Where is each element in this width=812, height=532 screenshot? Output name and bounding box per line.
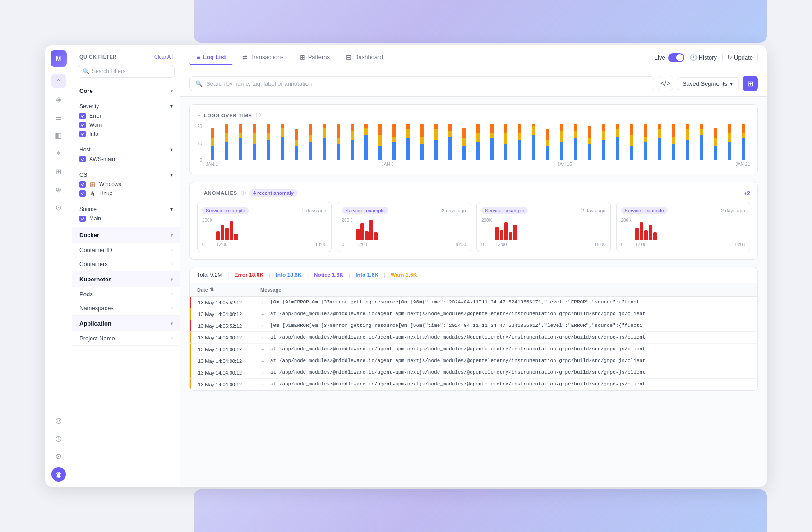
sort-icon[interactable]: ⇅ — [210, 287, 214, 293]
table-row[interactable]: 13 May 14:04:00:12 + at /app/node_module… — [190, 367, 757, 379]
anomaly-card-4[interactable]: Service : example 2 days ago 200K 0 — [616, 202, 751, 252]
severity-error-checkbox[interactable] — [79, 113, 86, 119]
nav-icon-settings[interactable]: ⚙ — [51, 449, 66, 463]
info-icon: ⓘ — [256, 112, 261, 119]
severity-warn-item[interactable]: Warn — [79, 120, 173, 129]
host-header[interactable]: Host ▾ — [79, 144, 173, 155]
main-content: ≡ Log List ⇄ Transactions ⊞ Patterns ⊟ D… — [180, 45, 767, 487]
os-windows-checkbox[interactable] — [79, 181, 86, 188]
nav-icon-logs[interactable]: ◈ — [51, 92, 66, 106]
bar-segment — [532, 135, 535, 160]
nav-icon-robot[interactable]: ⊛ — [51, 182, 66, 197]
kubernetes-label: Kubernetes — [79, 276, 112, 283]
table-row[interactable]: 13 May 14:04:00:12 + at /app/node_module… — [190, 308, 757, 320]
anomalies-info-icon: ⓘ — [241, 190, 246, 197]
namespaces-chevron: › — [171, 306, 173, 311]
nav-icon-file[interactable]: ◧ — [51, 128, 66, 142]
expand-icon[interactable]: + — [261, 335, 270, 340]
history-button[interactable]: 🕐 History — [690, 54, 717, 61]
os-header[interactable]: OS ▾ — [79, 169, 173, 180]
nav-icon-user[interactable]: ◉ — [51, 467, 66, 482]
anomaly-card-3[interactable]: Service : example 2 days ago 200K 0 — [476, 202, 611, 252]
table-row[interactable]: 13 May 14:05:52:12 + [0m [91mERROR[0m [3… — [190, 320, 757, 332]
nav-icon-deploy[interactable]: ◷ — [51, 431, 66, 445]
table-row[interactable]: 13 May 14:04:00:12 + at /app/node_module… — [190, 379, 757, 390]
bar-group — [611, 124, 624, 160]
host-aws-checkbox[interactable] — [79, 156, 86, 162]
table-row[interactable]: 13 May 14:04:00:12 + at /app/node_module… — [190, 332, 757, 344]
expand-icon[interactable]: + — [261, 381, 270, 387]
bar-segment — [364, 135, 368, 160]
docker-section-header[interactable]: Docker ▾ — [72, 227, 180, 243]
live-toggle[interactable]: Live — [655, 53, 684, 62]
expand-icon[interactable]: + — [261, 299, 270, 305]
core-section-header[interactable]: Core ▾ — [72, 83, 180, 99]
table-row[interactable]: 13 May 14:04:00:12 + at /app/node_module… — [190, 344, 757, 355]
severity-warn-label: Warn — [89, 122, 102, 128]
anomaly-card-2[interactable]: Service : example 2 days ago 200K 0 — [337, 202, 471, 252]
tab-patterns[interactable]: ⊞ Patterns — [293, 50, 337, 65]
bar-segment — [281, 137, 284, 160]
tab-transactions[interactable]: ⇄ Transactions — [235, 50, 291, 65]
bar-segment — [309, 142, 312, 160]
table-row[interactable]: 13 May 14:04:00:12 + at /app/node_module… — [190, 355, 757, 367]
pods-item[interactable]: Pods › — [72, 287, 180, 301]
expand-icon[interactable]: + — [261, 370, 270, 376]
container-id-item[interactable]: Container ID › — [72, 243, 180, 257]
nav-icon-list[interactable]: ☰ — [51, 110, 66, 124]
nav-icon-grid[interactable]: ⊞ — [51, 164, 66, 179]
clear-all-button[interactable]: Clear All — [154, 54, 173, 60]
app-wrapper: M ⌂ ◈ ☰ ◧ ⌖ ⊞ ⊛ ⊙ ◎ ◷ ⚙ ◉ QUICK FILTER C… — [45, 45, 767, 487]
anomalies-badge: 4 recent anomaly — [249, 189, 297, 197]
expand-icon[interactable]: + — [261, 346, 270, 352]
mini-bar — [369, 220, 373, 240]
bar-segment — [546, 140, 549, 146]
project-name-item[interactable]: Project Name › — [72, 331, 180, 345]
collapse-icon[interactable]: − — [197, 112, 200, 119]
os-windows-item[interactable]: 🪟 Windows — [79, 180, 173, 189]
containers-item[interactable]: Containers › — [72, 257, 180, 271]
search-input-wrap[interactable]: 🔍 Search by name, tag, label or annotati… — [189, 76, 654, 91]
x-label-jan8: JAN 8 — [382, 162, 394, 167]
nav-icon-chart[interactable]: ⌖ — [51, 146, 66, 161]
tab-log-list[interactable]: ≡ Log List — [189, 50, 233, 65]
severity-info-item[interactable]: Info — [79, 129, 173, 138]
anomalies-plus-button[interactable]: +2 — [743, 190, 750, 197]
os-linux-checkbox[interactable] — [79, 190, 86, 197]
bar-segment — [630, 124, 633, 135]
nav-icon-home[interactable]: ⌂ — [51, 74, 66, 88]
expand-icon[interactable]: + — [261, 323, 270, 329]
nav-icon-support[interactable]: ◎ — [51, 413, 66, 427]
app-logo[interactable]: M — [51, 50, 67, 67]
nav-icon-verify[interactable]: ⊙ — [51, 200, 66, 215]
anomalies-collapse-icon[interactable]: − — [197, 190, 200, 196]
bar-group — [541, 129, 554, 160]
kubernetes-section-header[interactable]: Kubernetes ▾ — [72, 271, 180, 287]
bar-segment — [714, 146, 717, 160]
update-button[interactable]: ↻ Update — [722, 52, 758, 63]
source-main-checkbox[interactable] — [79, 216, 86, 222]
application-section-header[interactable]: Application ▾ — [72, 316, 180, 331]
table-row[interactable]: 13 May 14:05:52:12 + [0m [91mERROR[0m [3… — [190, 297, 757, 308]
bar-segment — [211, 128, 214, 138]
bar-segment — [546, 129, 549, 140]
search-filters[interactable]: 🔍 Search Filters — [78, 65, 175, 78]
filter-icon-button[interactable]: ⊞ — [743, 76, 758, 91]
host-aws-item[interactable]: AWS-main — [79, 155, 173, 164]
namespaces-item[interactable]: Namespaces › — [72, 301, 180, 315]
code-button[interactable]: </> — [658, 76, 673, 91]
expand-icon[interactable]: + — [261, 311, 270, 317]
severity-warn-checkbox[interactable] — [79, 122, 86, 128]
severity-info-checkbox[interactable] — [79, 131, 86, 137]
severity-error-item[interactable]: Error — [79, 111, 173, 120]
severity-header[interactable]: Severity ▾ — [79, 101, 173, 111]
os-linux-item[interactable]: 🐧 Linux — [79, 189, 173, 198]
anomaly-card-1[interactable]: Service : example 2 days ago 200K 0 — [197, 202, 332, 252]
tab-dashboard[interactable]: ⊟ Dashboard — [339, 50, 390, 65]
live-toggle-switch[interactable] — [668, 53, 684, 62]
source-header[interactable]: Source ▾ — [79, 203, 173, 214]
saved-segments-dropdown[interactable]: Saved Segments ▾ — [677, 77, 739, 90]
source-main-item[interactable]: Main — [79, 214, 173, 223]
expand-icon[interactable]: + — [261, 358, 270, 364]
patterns-icon: ⊞ — [300, 54, 305, 61]
